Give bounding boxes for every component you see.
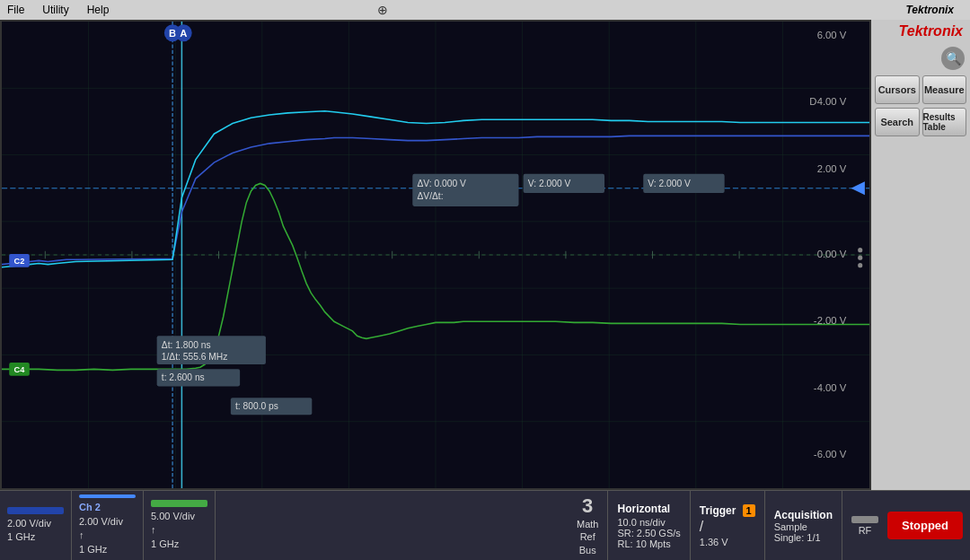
trigger-slope: / (700, 519, 755, 535)
status-bar: 2.00 V/div 1 GHz Ch 2 2.00 V/div ↑ 1 GHz… (0, 490, 970, 560)
svg-text:V: 2.000 V: V: 2.000 V (528, 178, 571, 188)
ch2-info: Ch 2 2.00 V/div ↑ 1 GHz (79, 501, 136, 556)
menu-bar: File Utility Help ⊕ Tektronix (0, 0, 970, 20)
status-spacer (216, 491, 568, 560)
svg-text:-6.00 V: -6.00 V (814, 449, 847, 459)
horizontal-title: Horizontal (617, 503, 680, 515)
svg-point-63 (858, 256, 862, 260)
ch3-color-bar (151, 500, 207, 507)
svg-text:C2: C2 (14, 255, 25, 265)
svg-text:2.00 V: 2.00 V (817, 163, 847, 174)
ch2-bw: ↑ (79, 529, 136, 542)
menu-help[interactable]: Help (87, 4, 110, 16)
rf-color-bar (851, 516, 878, 523)
trigger-number: 1 (743, 504, 755, 517)
svg-text:-4.00 V: -4.00 V (814, 382, 847, 393)
math-ref-bus-block[interactable]: 3 Math Ref Bus (568, 491, 608, 560)
acquisition-block[interactable]: Acquisition Sample Single: 1/1 (765, 491, 842, 560)
svg-text:B: B (169, 28, 176, 39)
cursors-measure-row: Cursors Measure (875, 75, 966, 104)
svg-text:C4: C4 (14, 363, 26, 373)
svg-text:D: D (809, 96, 816, 107)
tektronix-logo-menu: Tektronix (905, 4, 963, 16)
rf-block: RF (842, 491, 887, 560)
search-button[interactable]: Search (875, 108, 920, 136)
math-label: Math Ref Bus (577, 518, 598, 556)
scope-screen: B A ΔV: 0.000 V ΔV/Δt: V: 2.000 V V: 2.0… (0, 20, 871, 490)
measure-button[interactable]: Measure (922, 75, 967, 104)
channel-block-ch1[interactable]: 2.00 V/div 1 GHz (0, 491, 72, 560)
ch1-freq: 1 GHz (7, 530, 64, 544)
scope-display: B A ΔV: 0.000 V ΔV/Δt: V: 2.000 V V: 2.0… (2, 22, 869, 488)
ch2-label: Ch 2 (79, 501, 136, 514)
ref-text: Ref (577, 530, 598, 543)
ch3-freq: 1 GHz (151, 538, 207, 551)
search-results-row: Search Results Table (875, 108, 966, 136)
math-number: 3 (582, 494, 593, 518)
search-icon[interactable]: 🔍 (941, 47, 965, 70)
acquisition-title: Acquisition (774, 509, 833, 521)
svg-text:ΔV/Δt:: ΔV/Δt: (417, 191, 443, 201)
right-sidebar: Tektronix 🔍 Cursors Measure Search Resul… (871, 20, 970, 490)
svg-point-62 (858, 248, 862, 252)
ch2-vdiv: 2.00 V/div (79, 515, 136, 529)
ch1-info: 2.00 V/div 1 GHz (7, 517, 64, 545)
ch1-color-bar (7, 507, 64, 514)
results-table-button[interactable]: Results Table (922, 108, 967, 136)
acquisition-single: Single: 1/1 (774, 532, 833, 543)
main-area: B A ΔV: 0.000 V ΔV/Δt: V: 2.000 V V: 2.0… (0, 20, 970, 490)
svg-point-64 (858, 263, 862, 267)
connector-icon: ⊕ (377, 3, 388, 17)
menu-file[interactable]: File (7, 4, 24, 16)
ch1-vdiv: 2.00 V/div (7, 517, 64, 530)
trigger-title: Trigger (700, 504, 736, 517)
channel-block-ch2[interactable]: Ch 2 2.00 V/div ↑ 1 GHz (72, 491, 144, 560)
math-text: Math (577, 518, 598, 530)
svg-text:0.00 V: 0.00 V (817, 249, 847, 259)
tektronix-logo: Tektronix (899, 23, 966, 39)
bus-text: Bus (577, 544, 598, 556)
trigger-header: Trigger 1 (700, 504, 755, 517)
svg-text:ΔV:  0.000 V: ΔV: 0.000 V (417, 178, 465, 188)
svg-text:Δt:  1.800 ns: Δt: 1.800 ns (162, 340, 211, 350)
ch2-freq: 1 GHz (79, 543, 136, 556)
horizontal-block[interactable]: Horizontal 10.0 ns/div SR: 2.50 GS/s RL:… (608, 491, 690, 560)
svg-text:-2.00 V: -2.00 V (814, 315, 847, 326)
trigger-block[interactable]: Trigger 1 / 1.36 V (691, 491, 765, 560)
svg-text:t:   2.600 ns: t: 2.600 ns (162, 372, 205, 382)
ch2-color-bar (79, 494, 136, 498)
svg-text:6.00 V: 6.00 V (817, 30, 847, 40)
rf-label: RF (859, 525, 872, 536)
ch3-bw: ↑ (151, 523, 207, 537)
svg-text:4.00 V: 4.00 V (817, 96, 847, 107)
svg-text:V: 2.000 V: V: 2.000 V (648, 178, 691, 188)
svg-text:A: A (180, 28, 187, 39)
cursors-button[interactable]: Cursors (875, 75, 920, 104)
horizontal-rl: RL: 10 Mpts (617, 538, 680, 549)
horizontal-sr: SR: 2.50 GS/s (617, 528, 680, 538)
acquisition-mode: Sample (774, 521, 833, 532)
trigger-voltage: 1.36 V (700, 537, 755, 547)
horizontal-nsdiv: 10.0 ns/div (617, 517, 680, 528)
ch3-info: 5.00 V/div ↑ 1 GHz (151, 510, 207, 551)
svg-text:1/Δt: 555.6 MHz: 1/Δt: 555.6 MHz (162, 352, 228, 362)
channel-block-ch3[interactable]: 5.00 V/div ↑ 1 GHz (144, 491, 216, 560)
ch3-vdiv: 5.00 V/div (151, 510, 207, 523)
svg-text:t:   800.0 ps: t: 800.0 ps (235, 401, 278, 411)
stopped-button[interactable]: Stopped (887, 512, 963, 539)
menu-utility[interactable]: Utility (42, 4, 68, 16)
